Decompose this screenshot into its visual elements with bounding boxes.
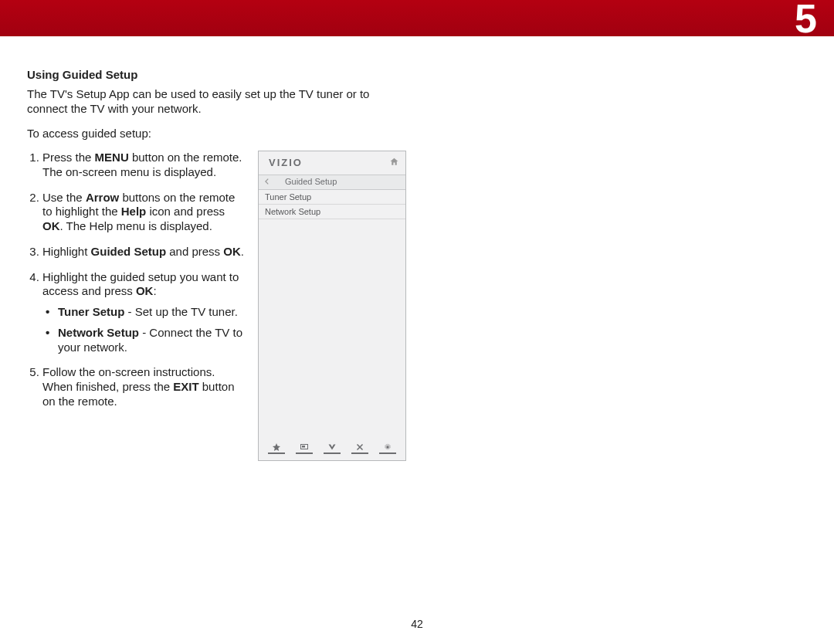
back-icon	[263, 177, 271, 186]
bullet-tuner: Tuner Setup - Set up the TV tuner.	[42, 305, 247, 320]
heading: Using Guided Setup	[27, 68, 386, 83]
home-icon	[389, 157, 399, 167]
svg-rect-1	[302, 446, 305, 448]
star-icon	[268, 442, 285, 454]
chapter-number: 5	[795, 0, 817, 42]
menu-row-tuner: Tuner Setup	[259, 190, 405, 205]
close-icon	[351, 442, 368, 454]
menu-row-network: Network Setup	[259, 205, 405, 219]
screen-icon	[296, 442, 313, 454]
gear-icon	[379, 442, 396, 454]
leadin: To access guided setup:	[27, 127, 386, 141]
bullet-network: Network Setup - Connect the TV to your n…	[42, 326, 247, 355]
page-number: 42	[0, 618, 834, 630]
intro: The TV's Setup App can be used to easily…	[27, 87, 386, 117]
brand-label: VIZIO	[269, 157, 303, 168]
tv-menu-panel: VIZIO Guided Setup Tuner Setup Network S…	[258, 151, 406, 461]
breadcrumb-label: Guided Setup	[285, 177, 337, 186]
panel-breadcrumb: Guided Setup	[259, 175, 405, 190]
v-icon	[324, 442, 341, 454]
